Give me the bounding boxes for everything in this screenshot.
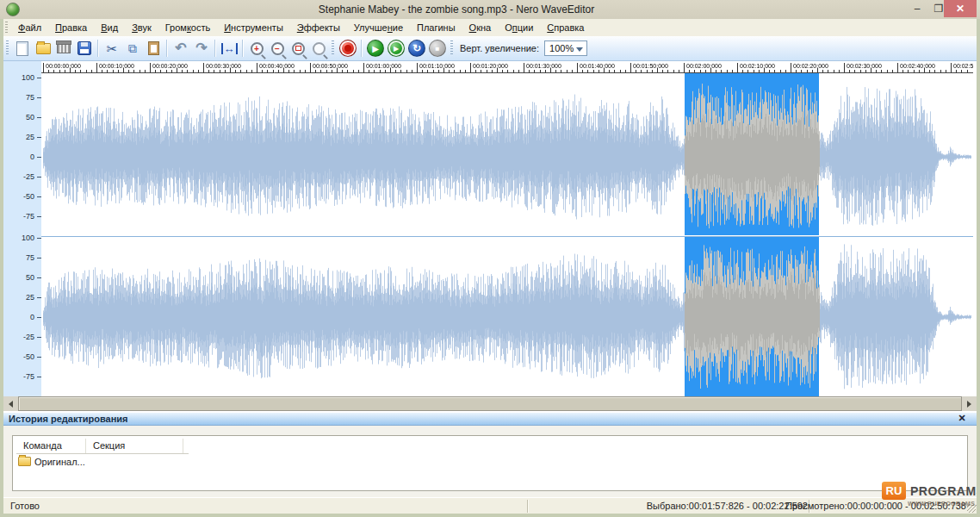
open-file-button[interactable]: [33, 38, 53, 59]
window-border: [0, 514, 980, 517]
toolbar-grip[interactable]: [6, 40, 9, 56]
redo-button[interactable]: ↷: [191, 38, 212, 59]
record-icon: [339, 40, 357, 57]
horizontal-scrollbar[interactable]: [3, 396, 977, 411]
stop-button[interactable]: ■: [427, 38, 448, 59]
menu-item-plugins[interactable]: Плагины: [410, 19, 462, 36]
waveform-canvas[interactable]: [41, 73, 973, 396]
save-icon: [78, 41, 91, 55]
toolbar-separator: [361, 40, 363, 57]
vertical-zoom-value: 100%: [549, 43, 574, 53]
menu-item-help[interactable]: Справка: [540, 19, 591, 36]
vertical-zoom-combobox[interactable]: 100%: [544, 40, 587, 56]
close-button[interactable]: ✕: [944, 0, 977, 17]
redo-icon: ↷: [195, 41, 207, 55]
status-bar: Готово Выбрано:00:01:57:826 - 00:02:22:5…: [3, 497, 977, 514]
zoom-custom-button[interactable]: [308, 38, 329, 59]
title-bar[interactable]: Stephanie Mabey - the zombie song.mp3 - …: [0, 0, 980, 19]
menu-item-view[interactable]: Вид: [94, 19, 125, 36]
folder-icon: [18, 457, 31, 466]
scroll-right-button[interactable]: [962, 396, 977, 411]
scroll-thumb[interactable]: [18, 396, 962, 411]
loop-playback-button[interactable]: ↻: [406, 38, 427, 59]
db-tick-label: -50: [23, 352, 34, 361]
app-window: Stephanie Mabey - the zombie song.mp3 - …: [0, 0, 980, 517]
db-tick-label: 50: [26, 273, 34, 282]
status-ready: Готово: [10, 498, 40, 514]
fit-to-window-icon: ↔: [221, 43, 238, 54]
zoom-out-icon: −: [271, 42, 284, 55]
undo-button[interactable]: ↶: [171, 38, 191, 59]
zoom-in-button[interactable]: +: [246, 38, 267, 59]
undo-icon: ↶: [175, 41, 186, 55]
menu-item-audio[interactable]: Звук: [125, 19, 158, 36]
history-column-header-0[interactable]: Команда: [16, 439, 86, 453]
resize-grip[interactable]: [967, 504, 976, 513]
menu-item-options[interactable]: Опции: [498, 19, 540, 36]
cut-button[interactable]: ✂: [102, 38, 122, 59]
menubar-grip[interactable]: [5, 22, 8, 34]
left-arrow-icon: [9, 401, 13, 408]
menu-item-effects[interactable]: Эффекты: [290, 19, 347, 36]
db-tick-label: -75: [23, 212, 34, 221]
menu-bar: ФайлПравкаВидЗвукГромкостьИнструментыЭфф…: [3, 19, 977, 36]
db-tick-label: -50: [23, 192, 34, 201]
db-tick-label: 0: [30, 153, 34, 161]
minimize-button[interactable]: –: [906, 0, 928, 17]
menu-item-tools[interactable]: Инструменты: [217, 19, 290, 36]
fit-to-window-button[interactable]: ↔: [219, 38, 239, 59]
db-tick-label: 25: [26, 293, 34, 302]
history-rows: Оригинал...: [16, 455, 85, 468]
toolbar-grip[interactable]: [332, 40, 334, 56]
db-tick-label: 75: [26, 253, 34, 262]
window-border: [977, 19, 980, 517]
history-panel-title: История редактирования: [9, 414, 128, 424]
status-selected-range: Выбрано:00:01:57:826 - 00:02:22:592: [647, 498, 808, 514]
menu-item-enhancement[interactable]: Улучшение: [347, 19, 410, 36]
copy-button[interactable]: ⧉: [122, 38, 143, 59]
save-button[interactable]: [74, 38, 95, 59]
history-column-header-1[interactable]: Секция: [86, 439, 183, 453]
menu-item-edit[interactable]: Правка: [48, 19, 94, 36]
paste-button[interactable]: [143, 38, 164, 59]
amplitude-axis: 1007550250-25-50-751007550250-25-50-75: [3, 61, 41, 396]
status-viewed-range: Просмотрено:00:00:00:000 - 00:02:50:738: [785, 498, 966, 514]
zoom-selection-button[interactable]: [288, 38, 308, 59]
scroll-left-button[interactable]: [3, 396, 18, 411]
timeline-ruler[interactable]: [41, 61, 973, 73]
db-tick-label: -75: [23, 372, 34, 381]
db-tick-label: 100: [22, 73, 34, 82]
right-arrow-icon: [967, 401, 971, 408]
toolbar-separator: [242, 40, 244, 57]
audio-library-button[interactable]: [53, 38, 74, 59]
toolbar: ✂⧉↶↷↔+−▶▶↻■Верт. увеличение:100%: [3, 36, 977, 61]
zoom-out-button[interactable]: −: [267, 38, 288, 59]
toolbar-group: ▶▶↻■: [329, 37, 448, 59]
play-button[interactable]: ▶: [365, 38, 386, 59]
paste-icon: [148, 41, 159, 55]
menu-item-file[interactable]: Файл: [11, 19, 48, 36]
history-row-label: Оригинал...: [34, 457, 85, 467]
db-tick-label: 100: [22, 234, 34, 242]
toolbar-separator: [214, 40, 216, 57]
record-button[interactable]: [338, 38, 358, 59]
copy-icon: ⧉: [128, 42, 137, 54]
play-selection-icon: ▶: [388, 40, 405, 57]
history-listbox[interactable]: КомандаСекция Оригинал...: [12, 435, 968, 491]
cut-icon: ✂: [107, 42, 118, 55]
stop-icon: ■: [429, 40, 446, 57]
status-separator: [527, 500, 529, 513]
new-file-button[interactable]: [12, 38, 33, 59]
db-tick-label: 25: [26, 133, 34, 141]
window-border: [0, 19, 3, 517]
toolbar-grip[interactable]: [450, 40, 453, 56]
history-close-icon[interactable]: ✕: [956, 413, 968, 424]
db-tick-label: 0: [30, 313, 34, 321]
db-tick-label: -25: [23, 333, 34, 341]
history-panel-body: КомандаСекция Оригинал...: [3, 426, 977, 497]
menu-item-volume[interactable]: Громкость: [158, 19, 217, 36]
menu-item-windows[interactable]: Окна: [462, 19, 499, 36]
history-row[interactable]: Оригинал...: [16, 455, 85, 468]
audio-library-icon: [57, 43, 71, 53]
play-selection-button[interactable]: ▶: [386, 38, 406, 59]
